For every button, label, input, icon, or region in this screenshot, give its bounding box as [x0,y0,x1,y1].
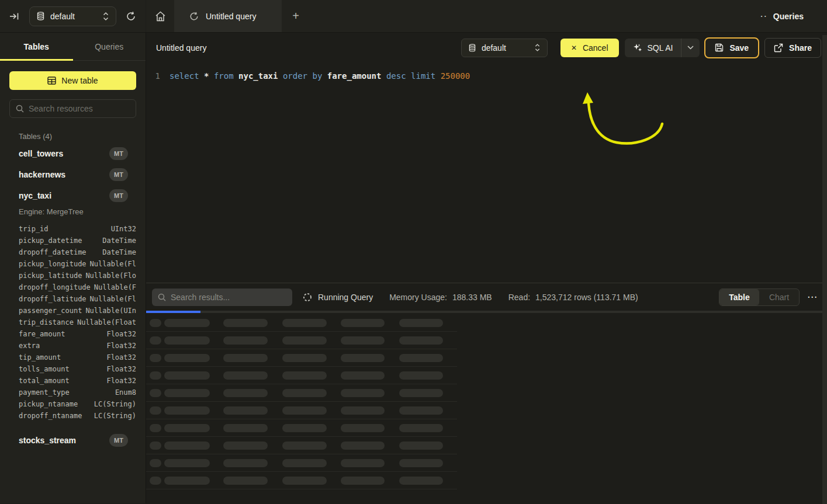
results-more-button[interactable]: ⋯ [807,294,818,300]
plus-icon: + [292,9,299,23]
cancel-query-button[interactable]: ✕ Cancel [560,39,619,57]
memory-usage-value: 188.33 MB [452,293,492,302]
table-item-stocks-stream[interactable]: stocks_stream MT [0,430,146,451]
memory-usage-label: Memory Usage: [389,293,447,302]
skeleton-cell [341,371,385,380]
skeleton-row [146,402,457,419]
skeleton-cell [150,371,161,380]
ai-sparkle-icon [633,43,642,53]
table-column-row[interactable]: pickup_datetime DateTime [9,235,136,246]
sidebar-collapse-button[interactable] [8,8,21,25]
new-table-button[interactable]: New table [9,71,136,90]
skeleton-cell [164,354,210,362]
loading-spinner-icon [303,293,312,302]
sql-ai-label: SQL AI [648,43,673,53]
table-column-row[interactable]: trip_id UInt32 [9,223,136,235]
skeleton-cell [399,406,443,415]
table-item-nyc-taxi[interactable]: nyc_taxi MT [0,185,146,206]
skeleton-cell [341,389,385,397]
running-queries-dots-icon: ·· [760,15,768,18]
home-button[interactable] [146,0,174,32]
table-column-row[interactable]: passenger_count Nullable(UIn [9,305,136,317]
column-type: UInt32 [111,225,136,233]
view-chart-button[interactable]: Chart [759,289,799,305]
table-name: nyc_taxi [19,191,51,200]
table-column-row[interactable]: dropoff_latitude Nullable(Fl [9,293,136,305]
database-selector-value: default [50,12,75,21]
skeleton-cell [150,459,161,467]
share-icon [774,43,783,53]
table-item-hackernews[interactable]: hackernews MT [0,164,146,185]
skeleton-cell [223,319,268,327]
table-item-cell-towers[interactable]: cell_towers MT [0,143,146,164]
top-bar-right: ·· Queries [760,0,827,32]
queries-button[interactable]: ·· Queries [760,12,804,21]
skeleton-row [146,332,457,349]
table-column-row[interactable]: pickup_ntaname LC(String) [9,398,136,410]
sql-ai-main[interactable]: SQL AI [625,39,681,57]
table-column-row[interactable]: dropoff_longitude Nullable(F [9,281,136,293]
skeleton-cell [282,336,327,345]
sidebar-tab-queries[interactable]: Queries [73,33,146,60]
vertical-scrollbar[interactable] [822,35,827,504]
new-tab-button[interactable]: + [282,0,310,32]
skeleton-cell [223,424,268,432]
sql-token: from [214,71,238,81]
sidebar-tab-tables[interactable]: Tables [0,33,73,60]
query-status-text: Running Query [318,293,373,302]
column-type: Float32 [106,365,136,373]
column-name: pickup_latitude [19,272,82,280]
tab-title: Untitled query [206,12,256,21]
tab-untitled-query[interactable]: Untitled query [174,0,282,32]
column-name: dropoff_datetime [19,248,86,256]
table-column-row[interactable]: dropoff_datetime DateTime [9,246,136,258]
table-column-row[interactable]: tip_amount Float32 [9,352,136,363]
column-name: dropoff_latitude [19,295,86,303]
skeleton-cell [341,406,385,415]
skeleton-cell [164,459,210,467]
column-type: Enum8 [115,388,136,397]
table-column-row[interactable]: tolls_amount Float32 [9,363,136,375]
view-table-button[interactable]: Table [719,289,759,305]
nyc-taxi-columns-list: trip_id UInt32 pickup_datetime DateTime … [9,223,136,422]
table-column-row[interactable]: pickup_longitude Nullable(Fl [9,258,136,270]
column-name: total_amount [19,377,70,385]
search-icon [158,293,166,301]
save-button[interactable]: Save [704,37,759,58]
sql-editor[interactable]: 1 select * from nyc_taxi order by fare_a… [146,62,827,283]
table-column-row[interactable]: fare_amount Float32 [9,328,136,340]
skeleton-cell [164,477,210,485]
table-column-row[interactable]: total_amount Float32 [9,375,136,387]
column-name: pickup_longitude [19,260,86,268]
table-column-row[interactable]: trip_distance Nullable(Float [9,317,136,328]
search-resources-input[interactable] [29,104,134,113]
table-column-row[interactable]: dropoff_ntaname LC(String) [9,410,136,422]
column-name: trip_id [19,225,49,233]
table-column-row[interactable]: payment_type Enum8 [9,387,136,398]
reload-database-button[interactable] [124,8,137,25]
results-panel: Running Query Memory Usage: 188.33 MB Re… [146,283,827,503]
search-results-input[interactable] [171,293,286,302]
skeleton-cell [399,424,443,432]
annotation-arrow-to-cancel [146,62,827,283]
column-name: dropoff_ntaname [19,412,82,420]
share-button[interactable]: Share [764,38,821,58]
sql-line-code: select * from nyc_taxi order by fare_amo… [160,70,470,82]
sql-token: select [169,71,204,81]
table-column-row[interactable]: extra Float32 [9,340,136,352]
results-skeleton [146,313,827,503]
ellipsis-icon: ⋯ [807,291,818,303]
query-database-selector[interactable]: default [461,39,548,57]
sql-ai-dropdown-button[interactable] [681,39,700,57]
skeleton-cell [282,477,327,485]
sql-ai-button[interactable]: SQL AI [625,39,700,57]
skeleton-cell [341,354,385,362]
column-type: DateTime [102,248,136,256]
database-icon [469,44,476,52]
column-type: Nullable(Flo [85,272,136,280]
table-column-row[interactable]: pickup_latitude Nullable(Flo [9,270,136,281]
skeleton-cell [341,459,385,467]
search-icon [16,105,24,113]
skeleton-cell [341,477,385,485]
database-selector[interactable]: default [29,6,116,26]
